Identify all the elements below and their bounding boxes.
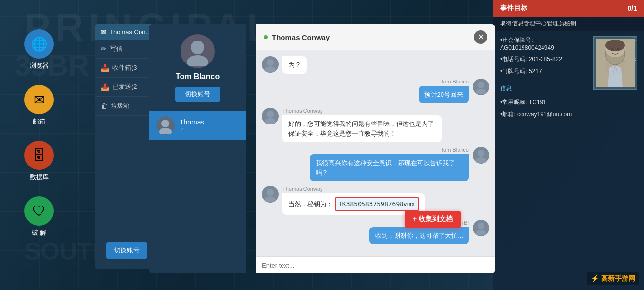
msg-sender-3: Thomas Conway: [282, 108, 442, 114]
svg-point-10: [478, 150, 484, 157]
msg-bubble-4: 我很高兴你有这种安全意识，那现在可以告诉我了吗？: [310, 154, 469, 181]
event-title: 事件目标: [500, 4, 527, 13]
collect-document-button[interactable]: + 收集到文档: [405, 211, 461, 228]
svg-point-3: [159, 128, 172, 134]
compose-icon: ✏: [101, 45, 107, 53]
msg-content-2: Tom Blanco 预计20号回来: [419, 79, 469, 104]
trash-label: 垃圾箱: [111, 102, 130, 110]
svg-point-20: [611, 48, 614, 50]
left-icon-bar: 🌐 浏览器 ✉ 邮箱 🗄 数据库 🛡 破 解: [0, 0, 78, 290]
target-name-vertical: Thomas Conway: [631, 36, 637, 77]
chat-recipient-name: Thomas Conway: [272, 33, 330, 41]
browser-icon: 🌐: [24, 29, 54, 59]
msg-content-4: Tom Blanco 我很高兴你有这种安全意识，那现在可以告诉我了吗？: [310, 147, 469, 181]
nickname-label: •常用昵称:: [500, 99, 527, 105]
event-progress: 0/1: [628, 4, 637, 12]
contact-name: Thomas: [180, 118, 204, 126]
info-phone: •电话号码: 201-385-822: [500, 55, 586, 63]
info-nickname: •常用昵称: TC191: [500, 98, 637, 106]
sidebar-header-icon: ✉: [101, 28, 106, 36]
chat-header: Thomas Conway ✕: [256, 24, 495, 50]
svg-point-13: [265, 196, 276, 202]
msg-content-3: Thomas Conway 好的，您可能觉得我的问题有些冒昧，但这也是为了保证安…: [282, 108, 442, 142]
db-label: 数据库: [30, 173, 49, 182]
contact-thomas[interactable]: Thomas ♂: [149, 111, 246, 140]
svg-point-21: [617, 48, 620, 50]
svg-point-11: [476, 157, 486, 163]
msg-avatar-tb-1: [473, 79, 489, 95]
db-icon-item[interactable]: 🗄 数据库: [24, 141, 54, 182]
msg-avatar-tc: [262, 56, 279, 73]
svg-point-7: [476, 89, 486, 94]
browser-icon-item[interactable]: 🌐 浏览器: [24, 29, 54, 70]
inbox-label: 收件箱(3: [112, 63, 137, 72]
msg-avatar-tb-2: [473, 147, 489, 164]
chat-input-area[interactable]: [256, 256, 495, 273]
msg-bubble-2: 预计20号回来: [419, 86, 469, 104]
msg-avatar-tc-2: [262, 108, 279, 124]
phone-value: 201-385-822: [529, 56, 562, 62]
svg-point-4: [267, 59, 274, 66]
svg-point-6: [478, 82, 484, 88]
contact-gender: ♂: [180, 126, 204, 133]
door-label: •门牌号码:: [500, 68, 527, 75]
hack-icon-item[interactable]: 🛡 破 解: [24, 196, 54, 237]
sent-label: 已发送(2: [112, 83, 137, 91]
chat-input[interactable]: [262, 262, 489, 269]
message-1: 为？: [262, 56, 489, 74]
close-button[interactable]: ✕: [474, 30, 487, 44]
svg-point-9: [265, 118, 276, 124]
hack-icon: 🛡: [24, 196, 54, 226]
contact-info: Thomas ♂: [180, 118, 204, 133]
user-panel: Tom Blanco 切换账号 Thomas ♂: [149, 24, 246, 273]
logo-text: 高新手游网: [601, 274, 635, 282]
thomas-avatar: [156, 116, 175, 135]
user-avatar: [181, 34, 215, 68]
target-details: •社会保障号: AG01019800424949 •电话号码: 201-385-…: [500, 36, 586, 76]
ssn-label: •社会保障号:: [500, 37, 533, 43]
message-3: Thomas Conway 好的，您可能觉得我的问题有些冒昧，但这也是为了保证安…: [262, 108, 489, 142]
email-label: •邮箱:: [500, 111, 516, 118]
db-icon: 🗄: [24, 141, 54, 170]
msg-bubble-6: 收到，谢谢你，这可帮了大忙...: [369, 227, 469, 245]
svg-point-14: [478, 223, 484, 229]
browser-label: 浏览器: [30, 62, 49, 70]
message-5: Thomas Conway 当然，秘钥为： TK385058375987698v…: [262, 186, 489, 215]
mail-icon-item[interactable]: ✉ 邮箱: [24, 85, 54, 126]
ssn-value: AG01019800424949: [500, 44, 554, 51]
info-door: •门牌号码: 5217: [500, 67, 586, 76]
svg-point-0: [191, 41, 204, 54]
switch-account-button[interactable]: 切换账号: [175, 87, 220, 102]
target-info-area: Thomas Conway •社会保障号: AG01019800424949 •…: [493, 31, 644, 84]
event-description: 取得信息管理中心管理员秘钥: [493, 17, 644, 31]
msg-avatar-tb-3: [473, 220, 489, 236]
svg-point-15: [476, 230, 486, 235]
close-icon: ✕: [478, 33, 484, 41]
email-value: conway191@uu.com: [517, 111, 572, 118]
user-name: Tom Blanco: [176, 72, 220, 81]
key-value: TK385058375987698vmx: [335, 197, 419, 211]
msg-bubble-3: 好的，您可能觉得我的问题有些冒昧，但这也是为了保证安全，毕竟这是您一直教导我的！: [282, 115, 442, 142]
info-ssn: •社会保障号: AG01019800424949: [500, 36, 586, 51]
mail-label: 邮箱: [33, 117, 45, 126]
nickname-value: TC191: [529, 99, 546, 105]
msg-bubble-5: 当然，秘钥为： TK385058375987698vmx: [282, 193, 425, 215]
logo-prefix: ⚡: [591, 274, 601, 282]
sidebar-switch-account-button[interactable]: 切换账号: [106, 242, 147, 259]
svg-point-12: [267, 189, 274, 196]
mail-icon: ✉: [24, 85, 54, 114]
msg-sender-5: Thomas Conway: [282, 186, 425, 192]
msg-sender-2: Tom Blanco: [419, 79, 469, 84]
msg-bubble-1: 为？: [282, 56, 307, 74]
svg-point-5: [265, 66, 276, 72]
compose-label: 写信: [110, 44, 122, 53]
inbox-icon: 📥: [101, 64, 109, 72]
msg-content-1: 为？: [282, 56, 307, 74]
svg-point-19: [605, 40, 625, 51]
online-indicator: [264, 35, 268, 39]
sent-icon: 📤: [101, 83, 109, 91]
bottom-logo: ⚡ 高新手游网: [587, 272, 639, 285]
event-target-header: 事件目标 0/1: [493, 0, 644, 17]
sidebar-header-title: Thomas Con...: [109, 28, 151, 36]
door-value: 5217: [529, 68, 542, 75]
